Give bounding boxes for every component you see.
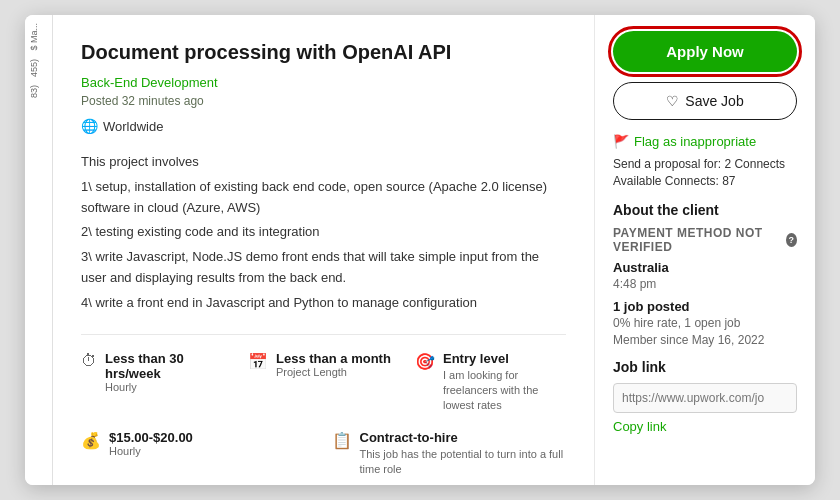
posted-time: Posted 32 minutes ago (81, 94, 566, 108)
client-country: Australia (613, 260, 797, 275)
desc-line2: 2\ testing existing code and its integra… (81, 222, 566, 243)
location-text: Worldwide (103, 119, 163, 134)
duration-label: Less than a month (276, 351, 391, 366)
desc-intro: This project involves (81, 152, 566, 173)
detail-hours: ⏱ Less than 30 hrs/week Hourly (81, 351, 232, 414)
save-button[interactable]: ♡ Save Job (613, 82, 797, 120)
apply-button[interactable]: Apply Now (613, 31, 797, 72)
job-description: This project involves 1\ setup, installa… (81, 152, 566, 314)
location-row: 🌐 Worldwide (81, 118, 566, 134)
desc-line4: 4\ write a front end in Javascript and P… (81, 293, 566, 314)
detail-contract: 📋 Contract-to-hire This job has the pote… (332, 430, 567, 478)
detail-duration: 📅 Less than a month Project Length (248, 351, 399, 414)
contract-desc: This job has the potential to turn into … (360, 447, 567, 478)
strip-item-2: 455) (29, 59, 48, 77)
level-desc: I am looking for freelancers with the lo… (443, 368, 566, 414)
divider-1 (81, 334, 566, 335)
connects-send: Send a proposal for: 2 Connects (613, 157, 797, 171)
contract-icon: 📋 (332, 431, 352, 450)
desc-line3: 3\ write Javascript, Node.JS demo front … (81, 247, 566, 289)
client-member: Member since May 16, 2022 (613, 333, 797, 347)
job-link-section: Job link Copy link (613, 359, 797, 434)
payment-status: PAYMENT METHOD NOT VERIFIED ? (613, 226, 797, 254)
money-icon: 💰 (81, 431, 101, 450)
hours-sublabel: Hourly (105, 381, 232, 393)
copy-link[interactable]: Copy link (613, 419, 797, 434)
about-client-title: About the client (613, 202, 797, 218)
flag-icon: 🚩 (613, 134, 629, 149)
rate-sublabel: Hourly (109, 445, 193, 457)
location-icon: 🌐 (81, 118, 98, 134)
connects-available: Available Connects: 87 (613, 174, 797, 188)
contract-label: Contract-to-hire (360, 430, 567, 445)
job-link-input[interactable] (613, 383, 797, 413)
detail-contract-text: Contract-to-hire This job has the potent… (360, 430, 567, 478)
rate-label: $15.00-$20.00 (109, 430, 193, 445)
job-details-grid: ⏱ Less than 30 hrs/week Hourly 📅 Less th… (81, 351, 566, 414)
main-content: Document processing with OpenAI API Back… (53, 15, 815, 485)
level-label: Entry level (443, 351, 566, 366)
save-button-label: Save Job (685, 93, 743, 109)
clock-icon: ⏱ (81, 352, 97, 370)
payment-status-text: PAYMENT METHOD NOT VERIFIED (613, 226, 782, 254)
job-title: Document processing with OpenAI API (81, 39, 566, 65)
detail-duration-text: Less than a month Project Length (276, 351, 391, 378)
right-panel: Apply Now ♡ Save Job 🚩 Flag as inappropr… (595, 15, 815, 485)
flag-row[interactable]: 🚩 Flag as inappropriate (613, 134, 797, 149)
detail-rate-text: $15.00-$20.00 Hourly (109, 430, 193, 457)
hours-label: Less than 30 hrs/week (105, 351, 232, 381)
detail-rate: 💰 $15.00-$20.00 Hourly (81, 430, 316, 478)
client-time: 4:48 pm (613, 277, 797, 291)
left-strip: $ Ma... 455) 83) (25, 15, 53, 485)
duration-sublabel: Project Length (276, 366, 391, 378)
strip-item-1: $ Ma... (29, 23, 48, 51)
job-category: Back-End Development (81, 75, 566, 90)
detail-level: 🎯 Entry level I am looking for freelance… (415, 351, 566, 414)
help-icon[interactable]: ? (786, 233, 797, 247)
job-modal: $ Ma... 455) 83) Document processing wit… (25, 15, 815, 485)
level-icon: 🎯 (415, 352, 435, 371)
job-details-grid-2: 💰 $15.00-$20.00 Hourly 📋 Contract-to-hir… (81, 430, 566, 478)
detail-hours-text: Less than 30 hrs/week Hourly (105, 351, 232, 393)
heart-icon: ♡ (666, 93, 679, 109)
desc-line1: 1\ setup, installation of existing back … (81, 177, 566, 219)
job-panel: Document processing with OpenAI API Back… (53, 15, 595, 485)
calendar-icon: 📅 (248, 352, 268, 371)
flag-label: Flag as inappropriate (634, 134, 756, 149)
job-link-title: Job link (613, 359, 797, 375)
client-hire: 0% hire rate, 1 open job (613, 316, 797, 330)
strip-item-3: 83) (29, 85, 48, 98)
client-jobs: 1 job posted (613, 299, 797, 314)
detail-level-text: Entry level I am looking for freelancers… (443, 351, 566, 414)
